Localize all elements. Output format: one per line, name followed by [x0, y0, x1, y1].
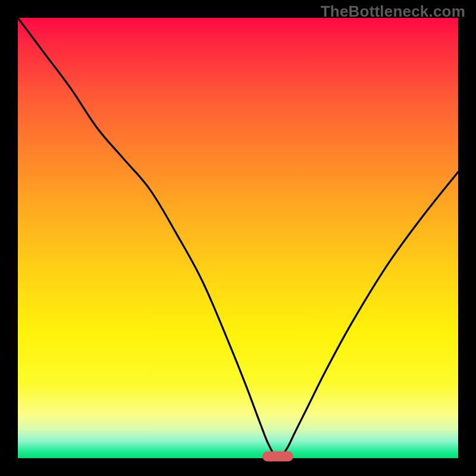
- plot-area: [18, 18, 458, 458]
- bottleneck-curve: [18, 18, 458, 458]
- chart-container: TheBottleneck.com: [0, 0, 476, 476]
- curve-layer: [18, 18, 458, 458]
- optimal-marker: [262, 452, 293, 462]
- watermark-text: TheBottleneck.com: [321, 2, 465, 21]
